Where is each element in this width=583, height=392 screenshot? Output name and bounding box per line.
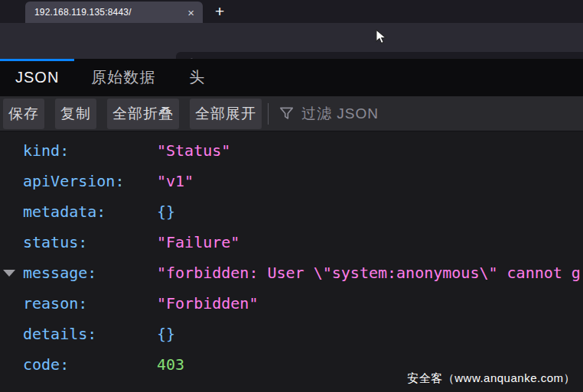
json-value: {}	[157, 325, 175, 343]
save-button[interactable]: 保存	[3, 99, 44, 129]
chevron-down-icon[interactable]	[3, 270, 15, 277]
json-key: metadata:	[23, 202, 157, 221]
json-row-status: status:"Failure"	[0, 227, 583, 258]
json-key: details:	[23, 325, 157, 343]
watermark: 安全客（www.anquanke.com）	[407, 371, 575, 386]
new-tab-button[interactable]: +	[210, 1, 230, 22]
json-value: "Status"	[157, 141, 230, 160]
tab-title: 192.168.119.135:8443/	[34, 7, 184, 18]
json-key: reason:	[23, 294, 157, 313]
filter-json-input[interactable]	[300, 105, 555, 123]
json-key: kind:	[23, 141, 157, 160]
json-row-details: details:{}	[0, 319, 583, 349]
browser-tab-strip: 192.168.119.135:8443/ × +	[0, 0, 583, 23]
json-value: 403	[157, 355, 184, 374]
json-toolbar: 保存 复制 全部折叠 全部展开	[0, 96, 583, 131]
json-row-kind: kind:"Status"	[0, 135, 583, 166]
expand-all-button[interactable]: 全部展开	[190, 99, 262, 129]
tab-headers[interactable]: 头	[172, 59, 222, 96]
json-value: "Forbidden"	[157, 294, 258, 313]
json-row-apiversion: apiVersion:"v1"	[0, 166, 583, 196]
json-viewer-tab-bar: JSON 原始数据 头	[0, 59, 583, 96]
json-value: "forbidden: User \"system:anonymous\" ca…	[157, 264, 581, 282]
json-row-metadata: metadata:{}	[0, 196, 583, 227]
tab-raw-data[interactable]: 原始数据	[74, 59, 172, 96]
mouse-cursor	[374, 29, 388, 47]
collapse-all-button[interactable]: 全部折叠	[107, 99, 179, 129]
json-row-reason: reason:"Forbidden"	[0, 288, 583, 319]
filter-funnel-icon	[279, 106, 294, 121]
json-key: message:	[23, 264, 157, 282]
json-key: status:	[23, 233, 157, 251]
navigation-bar: https://192.168.119.135:8443	[0, 23, 583, 59]
json-value: {}	[157, 202, 175, 221]
tab-json[interactable]: JSON	[0, 59, 74, 96]
json-content: kind:"Status" apiVersion:"v1" metadata:{…	[0, 131, 583, 392]
json-row-message: message:"forbidden: User \"system:anonym…	[0, 258, 583, 288]
browser-tab[interactable]: 192.168.119.135:8443/ ×	[25, 2, 203, 23]
json-key: code:	[23, 355, 157, 374]
copy-button[interactable]: 复制	[55, 99, 96, 129]
close-icon[interactable]: ×	[184, 5, 198, 20]
json-value: "v1"	[157, 172, 194, 190]
json-key: apiVersion:	[23, 172, 157, 190]
toolbar-divider	[268, 103, 269, 125]
json-value: "Failure"	[157, 233, 239, 251]
browser-window: 192.168.119.135:8443/ × + https://192.16…	[0, 0, 583, 392]
